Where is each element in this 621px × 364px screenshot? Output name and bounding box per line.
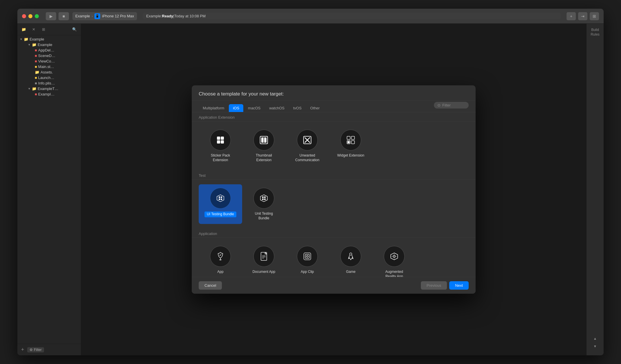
svg-rect-29 <box>304 253 311 260</box>
stepper-up-button[interactable]: ▲ <box>592 335 599 343</box>
ar-app-icon <box>388 251 400 262</box>
sticker-pack-label: Sticker PackExtension <box>211 153 230 162</box>
titlebar: ▶ ■ Example › 📱 iPhone 12 Pro Max Exampl… <box>17 9 604 24</box>
template-thumbnail-ext[interactable]: ThumbnailExtension <box>242 126 286 166</box>
cancel-button[interactable]: Cancel <box>199 281 222 290</box>
template-app[interactable]: App <box>199 242 242 277</box>
widget-ext-label: Widget Extension <box>337 153 364 158</box>
template-ui-testing-bundle[interactable]: UI Testing Bundle <box>199 184 242 224</box>
template-game[interactable]: Game <box>329 242 372 277</box>
tree-item-launch[interactable]: ■ Launch… <box>17 75 81 80</box>
tab-macos[interactable]: macOS <box>244 104 264 112</box>
template-unwanted-comm[interactable]: UnwantedCommunication <box>286 126 329 166</box>
svg-rect-18 <box>221 198 222 200</box>
status-time-label: Today at 10:08 PM <box>174 14 205 18</box>
sidebar-inspect-icon[interactable]: ⊞ <box>39 26 48 33</box>
sidebar-close-icon[interactable]: ✕ <box>30 26 38 33</box>
filter-label: Filter <box>442 103 451 107</box>
template-sticker-pack[interactable]: Sticker PackExtension <box>199 126 242 166</box>
tree-item-scened[interactable]: ■ SceneD… <box>17 53 81 58</box>
stop-button[interactable]: ■ <box>59 12 69 20</box>
tab-watchos[interactable]: watchOS <box>265 104 288 112</box>
play-button[interactable]: ▶ <box>46 12 56 20</box>
device-selector[interactable]: Example › 📱 iPhone 12 Pro Max <box>72 12 137 20</box>
svg-rect-19 <box>262 196 264 198</box>
modal-footer: Cancel Previous Next <box>192 277 476 294</box>
tree-item-assets[interactable]: 📁 Assets. <box>17 69 81 75</box>
section-header-app-ext: Application Extension <box>192 112 476 121</box>
app-clip-icon-wrapper <box>297 246 318 267</box>
thumbnail-ext-icon-wrapper <box>253 130 274 150</box>
close-button[interactable] <box>22 14 26 18</box>
template-document-app[interactable]: Document App <box>242 242 286 277</box>
svg-rect-0 <box>217 137 220 140</box>
svg-rect-3 <box>221 140 224 144</box>
svg-rect-16 <box>221 196 222 198</box>
sidebar-folder-icon[interactable]: 📁 <box>20 26 28 33</box>
svg-point-31 <box>306 255 308 257</box>
tree-item-mainst[interactable]: ■ Main.st… <box>17 64 81 69</box>
add-tab-button[interactable]: + <box>567 12 576 20</box>
right-panel: Build Rules ▲ ▼ <box>586 24 604 355</box>
chevron-right-icon: › <box>92 14 93 18</box>
app-icon <box>215 251 226 262</box>
widget-ext-icon-wrapper <box>340 130 361 150</box>
tab-multiplatform[interactable]: Multiplatform <box>199 104 228 112</box>
ar-app-label: AugmentedReality App <box>385 270 403 277</box>
tree-item-viewco[interactable]: ■ ViewCo… <box>17 58 81 64</box>
stepper-down-button[interactable]: ▼ <box>592 343 599 351</box>
traffic-lights <box>22 14 39 18</box>
filter-icon: ⚙ <box>30 348 33 352</box>
navigation-buttons: Previous Next <box>421 281 469 290</box>
app-label: App <box>217 270 223 274</box>
svg-rect-22 <box>264 198 266 200</box>
template-chooser-modal: Choose a template for your new target: M… <box>192 85 476 294</box>
main-window: ▶ ■ Example › 📱 iPhone 12 Pro Max Exampl… <box>17 9 604 355</box>
tab-tvos[interactable]: tvOS <box>289 104 306 112</box>
next-button[interactable]: Next <box>449 281 469 290</box>
unit-testing-label: Unit TestingBundle <box>255 212 273 220</box>
svg-rect-21 <box>262 198 264 200</box>
tree-item-infoplist[interactable]: ■ Info.plis… <box>17 80 81 86</box>
sidebar-add-button[interactable]: + <box>20 347 25 353</box>
template-ar-app[interactable]: AugmentedReality App <box>372 242 416 277</box>
app-clip-icon <box>302 251 313 262</box>
filter-pill[interactable]: ⚙ Filter <box>27 347 44 352</box>
modal-title: Choose a template for your new target: <box>199 91 469 97</box>
sidebar-bottom: + ⚙ Filter <box>17 344 81 355</box>
ui-testing-icon-wrapper <box>210 188 231 209</box>
tab-ios[interactable]: iOS <box>229 104 243 112</box>
minimize-button[interactable] <box>28 14 32 18</box>
modal-content[interactable]: Application Extension <box>192 112 476 277</box>
tab-other[interactable]: Other <box>306 104 324 112</box>
app-clip-label: App Clip <box>301 270 314 274</box>
tree-item-examplet[interactable]: ▼ 📁 ExampleT… <box>17 86 81 91</box>
svg-point-32 <box>350 253 352 255</box>
titlebar-right: + ⇥ ⊞ <box>567 12 599 20</box>
ui-testing-icon <box>215 192 226 204</box>
navigator-button[interactable]: ⇥ <box>578 12 587 20</box>
tree-root[interactable]: ▼ 📁 Example <box>17 36 81 42</box>
titlebar-controls: ▶ ■ <box>46 12 69 20</box>
svg-rect-30 <box>305 254 309 258</box>
content-area: 📁 ✕ ⊞ 🔍 ▼ 📁 Example ▼ 📁 Example <box>17 24 604 355</box>
tree-item-appdel[interactable]: ■ AppDel… <box>17 47 81 53</box>
unit-testing-icon <box>258 192 270 204</box>
game-icon <box>345 251 357 262</box>
layout-button[interactable]: ⊞ <box>590 12 599 20</box>
previous-button[interactable]: Previous <box>421 281 447 290</box>
filter-input[interactable]: ⊙ Filter <box>434 102 469 109</box>
template-widget-ext[interactable]: Widget Extension <box>329 126 372 166</box>
tree-item-example-folder[interactable]: ▼ 📁 Example <box>17 42 81 47</box>
template-app-clip[interactable]: App Clip <box>286 242 329 277</box>
editor-area: Choose a template for your new target: M… <box>81 24 586 355</box>
tree-item-exampl[interactable]: ■ Exampl… <box>17 91 81 97</box>
sidebar-search-icon[interactable]: 🔍 <box>70 26 78 33</box>
template-unit-testing-bundle[interactable]: Unit TestingBundle <box>242 184 286 224</box>
maximize-button[interactable] <box>35 14 39 18</box>
device-type-icon: 📱 <box>94 13 100 19</box>
svg-rect-13 <box>351 141 355 144</box>
device-model-label: iPhone 12 Pro Max <box>102 14 134 18</box>
status-bar: Example: Ready | Today at 10:08 PM <box>143 13 561 19</box>
svg-rect-1 <box>221 137 224 140</box>
